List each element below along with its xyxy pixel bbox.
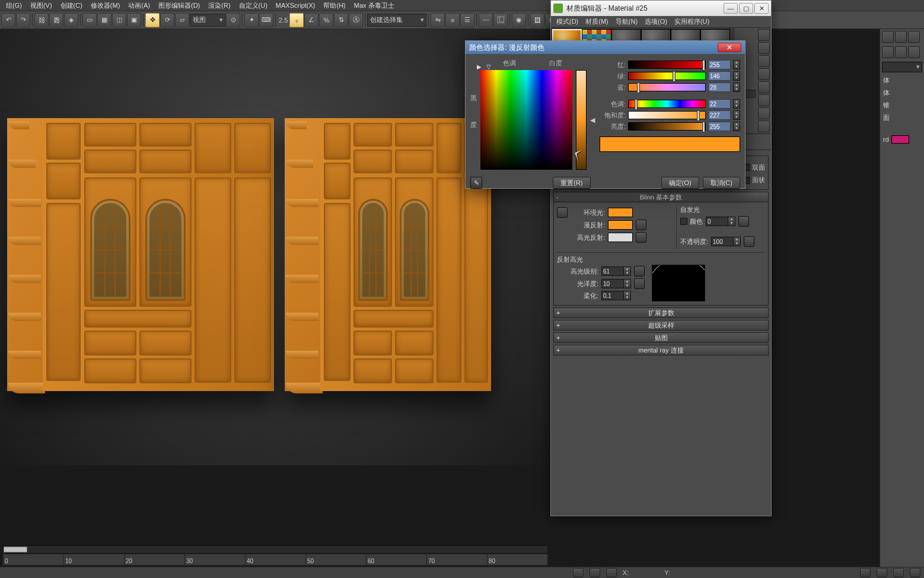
video-check-icon[interactable] (758, 81, 770, 93)
soften-spinner[interactable]: ▲▼ (601, 291, 631, 300)
ambient-lock-icon[interactable] (557, 207, 568, 218)
ref-coord-dropdown[interactable]: 视图 (190, 14, 225, 27)
timeline[interactable]: 0 10 20 30 40 50 60 70 80 (2, 545, 548, 567)
abs-rel-icon[interactable] (606, 568, 617, 577)
mat-menu-nav[interactable]: 导航(N) (613, 17, 641, 27)
curve-editor-icon[interactable]: 〰 (479, 13, 493, 27)
spinner-icon[interactable]: ▲▼ (733, 110, 740, 120)
layers-icon[interactable]: ☰ (460, 13, 474, 27)
menu-modifier[interactable]: 修改器(M) (87, 1, 124, 11)
pivot-icon[interactable]: ⊙ (226, 13, 240, 27)
menu-create[interactable]: 创建(C) (57, 1, 86, 11)
select-by-mat-icon[interactable] (758, 120, 770, 132)
rollout-supersample-header[interactable]: +超级采样 (553, 320, 769, 331)
menu-render[interactable]: 渲染(R) (205, 1, 234, 11)
menu-maxkill[interactable]: Max 杀毒卫士 (351, 1, 398, 11)
time-ruler[interactable]: 0 10 20 30 40 50 60 70 80 (2, 554, 548, 566)
mat-menu-util[interactable]: 实用程序(U) (671, 17, 712, 27)
sample-type-icon[interactable] (758, 29, 770, 41)
menu-customize[interactable]: 自定义(U) (235, 1, 271, 11)
color-selector-titlebar[interactable]: 颜色选择器: 漫反射颜色 ✕ (466, 41, 745, 54)
select-object-icon[interactable]: ▭ (82, 13, 97, 27)
menu-view[interactable]: 视图(V) (27, 1, 56, 11)
spinner-icon[interactable]: ▲▼ (733, 71, 740, 81)
sat-slider[interactable] (628, 111, 706, 119)
specular-swatch[interactable] (608, 233, 633, 242)
tab-create-icon[interactable] (882, 31, 894, 43)
render-setup-icon[interactable]: 🖼 (530, 13, 544, 27)
blue-value[interactable]: 28 (708, 82, 731, 92)
material-editor-icon[interactable]: ◉ (512, 13, 526, 27)
keyboard-icon[interactable]: ⌨ (259, 13, 273, 27)
link-icon[interactable]: ⛓ (34, 13, 49, 27)
specular-map-button[interactable] (636, 232, 646, 243)
key-mode-icon[interactable] (590, 568, 600, 577)
options-icon[interactable] (758, 107, 770, 119)
twoside-checkbox[interactable]: 双面 (743, 163, 765, 172)
gloss-map-button[interactable] (634, 278, 645, 289)
diffuse-map-button[interactable] (636, 220, 646, 230)
spinner-icon[interactable]: ▲▼ (733, 122, 740, 131)
redo-icon[interactable]: ↷ (16, 13, 30, 27)
value-slider[interactable] (628, 122, 706, 131)
sat-value[interactable]: 227 (708, 110, 731, 120)
unlink-icon[interactable]: ⛓̸ (49, 13, 63, 27)
sample-uv-icon[interactable] (758, 68, 770, 80)
background-icon[interactable] (758, 55, 770, 67)
mat-menu-material[interactable]: 材质(M) (582, 17, 611, 27)
value-strip[interactable] (576, 70, 587, 170)
value-value[interactable]: 255 (708, 122, 731, 131)
bind-space-icon[interactable]: ◈ (64, 13, 78, 27)
rollout-mentalray-header[interactable]: +mental ray 连接 (553, 345, 769, 355)
spec-level-spinner[interactable]: ▲▼ (601, 266, 631, 276)
select-name-icon[interactable]: ▦ (97, 13, 111, 27)
spinner-icon[interactable]: ▲▼ (733, 82, 740, 92)
ambient-swatch[interactable] (608, 208, 633, 217)
manipulate-icon[interactable]: ✦ (244, 13, 259, 27)
tab-modify-icon[interactable] (895, 31, 907, 43)
hue-saturation-field[interactable] (480, 70, 572, 170)
percent-snap-icon[interactable]: % (319, 13, 333, 27)
green-slider[interactable] (628, 72, 706, 80)
reset-button[interactable]: 重置(R) (553, 177, 590, 189)
selfillum-color-checkbox[interactable]: 颜色 (680, 217, 703, 226)
rotate-icon[interactable]: ⟳ (160, 13, 174, 27)
red-value[interactable]: 255 (708, 60, 731, 69)
window-crossing-icon[interactable]: ▣ (127, 13, 141, 27)
spinner-snap-icon[interactable]: ⇅ (334, 13, 348, 27)
make-preview-icon[interactable] (758, 94, 770, 106)
hue-slider[interactable] (628, 100, 706, 108)
spinner-icon[interactable]: ▲▼ (733, 99, 740, 109)
material-editor-titlebar[interactable]: 材质编辑器 - Material #25 — ▢ ✕ (551, 1, 771, 16)
selfillum-map-button[interactable] (738, 216, 749, 227)
rollout-maps-header[interactable]: +贴图 (553, 332, 769, 343)
move-icon[interactable]: ✥ (145, 13, 160, 27)
time-slider-thumb[interactable] (4, 547, 27, 552)
rollout-extended-header[interactable]: +扩展参数 (553, 307, 769, 318)
hue-value[interactable]: 22 (708, 99, 731, 109)
time-slider[interactable] (2, 545, 548, 554)
schematic-icon[interactable]: ⿺ (493, 13, 508, 27)
mat-menu-mode[interactable]: 模式(D) (553, 17, 581, 27)
menu-group[interactable]: 组(G) (2, 1, 26, 11)
backlight-icon[interactable] (758, 42, 770, 54)
rollout-blinn-header[interactable]: -Blinn 基本参数 (553, 192, 769, 202)
mirror-icon[interactable]: ⇋ (431, 13, 445, 27)
select-region-icon[interactable]: ◫ (112, 13, 126, 27)
opacity-spinner[interactable]: ▲▼ (711, 237, 741, 246)
close-button[interactable]: ✕ (718, 43, 741, 52)
gloss-spinner[interactable]: ▲▼ (601, 279, 631, 288)
selfillum-spinner[interactable]: ▲▼ (706, 217, 735, 226)
undo-icon[interactable]: ↶ (1, 13, 15, 27)
ok-button[interactable]: 确定(O) (661, 177, 699, 189)
comm-icon[interactable] (893, 568, 904, 577)
cat-shapes-icon[interactable] (895, 46, 907, 58)
menu-help[interactable]: 帮助(H) (320, 1, 349, 11)
eyedropper-icon[interactable]: ✎ (470, 177, 482, 189)
cancel-button[interactable]: 取消(C) (703, 177, 740, 189)
menu-grapheditor[interactable]: 图形编辑器(D) (155, 1, 203, 11)
spec-level-map-button[interactable] (634, 266, 645, 277)
align-icon[interactable]: ≡ (445, 13, 460, 27)
tab-hierarchy-icon[interactable] (908, 31, 920, 43)
spinner-icon[interactable]: ▲▼ (733, 60, 740, 69)
